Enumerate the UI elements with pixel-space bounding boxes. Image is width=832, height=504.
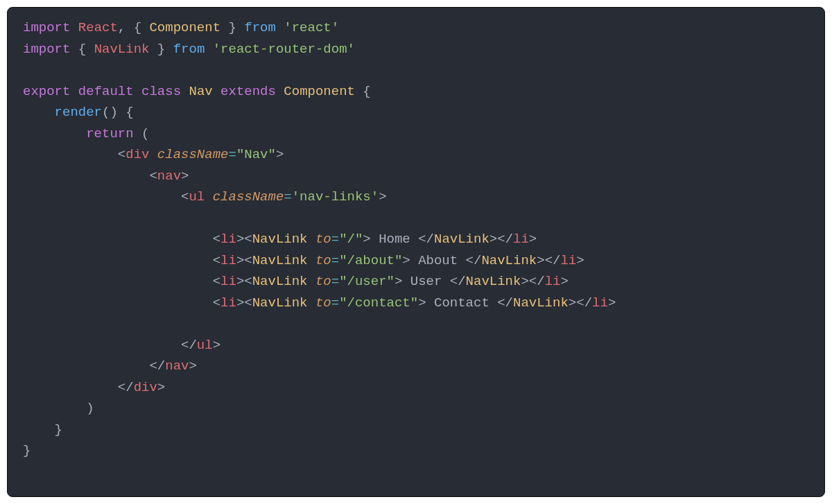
- id-navlink: NavLink: [94, 42, 150, 57]
- str-root: "/": [339, 232, 363, 247]
- class-nav: Nav: [189, 84, 212, 99]
- tag-ul: ul: [189, 189, 205, 205]
- attr-classname: className: [157, 147, 229, 162]
- id-component: Component: [149, 20, 220, 35]
- code-line-close-nav: </nav>: [23, 358, 197, 374]
- kw-class: class: [141, 84, 181, 99]
- tag-div: div: [125, 147, 149, 162]
- class-component: Component: [284, 84, 355, 99]
- method-render: render: [55, 105, 102, 120]
- code-line-9: <ul className='nav-links'>: [23, 189, 387, 205]
- code-line-4: export default class Nav extends Compone…: [23, 84, 371, 99]
- code-editor-block: import React, { Component } from 'react'…: [7, 7, 825, 497]
- kw-return: return: [86, 126, 133, 141]
- code-line-close-return: ): [23, 401, 94, 416]
- code-line-user: <li><NavLink to="/user"> User </NavLink>…: [23, 274, 569, 289]
- kw-import: import: [23, 20, 70, 35]
- attr-to: to: [315, 232, 331, 247]
- code-line-close-div: </div>: [23, 380, 165, 395]
- str-user: "/user": [339, 274, 395, 289]
- kw-default: default: [78, 84, 134, 99]
- str-react: 'react': [284, 20, 339, 35]
- kw-import: import: [23, 42, 70, 57]
- kw-from: from: [173, 42, 205, 57]
- kw-export: export: [23, 84, 70, 99]
- str-contact: "/contact": [339, 295, 418, 311]
- code-line-5: render() {: [23, 105, 134, 120]
- text-contact: Contact: [426, 295, 498, 311]
- kw-from: from: [244, 20, 276, 35]
- text-user: User: [402, 274, 449, 289]
- id-react: React: [78, 20, 118, 35]
- code-line-home: <li><NavLink to="/"> Home </NavLink></li…: [23, 232, 537, 247]
- tag-nav: nav: [157, 168, 181, 184]
- code-line-6: return (: [23, 126, 149, 141]
- str-nav-class: "Nav": [236, 147, 276, 162]
- code-line-1: import React, { Component } from 'react': [23, 20, 339, 35]
- str-react-router-dom: 'react-router-dom': [213, 42, 355, 57]
- str-about: "/about": [339, 253, 402, 268]
- code-line-close-render: }: [23, 422, 62, 437]
- code-line-contact: <li><NavLink to="/contact"> Contact </Na…: [23, 295, 616, 311]
- text-home: Home: [371, 232, 418, 247]
- kw-extends: extends: [220, 84, 276, 99]
- str-nav-links: 'nav-links': [292, 189, 379, 205]
- comp-navlink: NavLink: [252, 232, 308, 247]
- code-line-7: <div className="Nav">: [23, 147, 284, 162]
- code-line-8: <nav>: [23, 168, 189, 184]
- code-line-close-ul: </ul>: [23, 338, 220, 353]
- tag-li: li: [220, 232, 236, 247]
- code-line-close-class: }: [23, 443, 31, 458]
- code-line-2: import { NavLink } from 'react-router-do…: [23, 42, 355, 57]
- attr-classname: className: [213, 189, 284, 205]
- text-about: About: [410, 253, 466, 268]
- code-line-about: <li><NavLink to="/about"> About </NavLin…: [23, 253, 584, 268]
